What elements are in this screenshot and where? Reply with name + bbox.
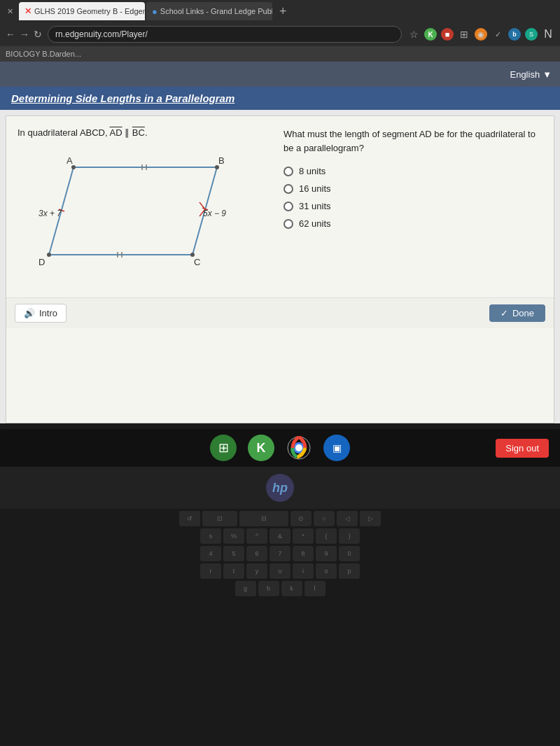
back-icon[interactable]: ← xyxy=(6,29,15,40)
extension-teal-icon: S xyxy=(525,28,538,41)
chrome-icon xyxy=(287,436,311,460)
new-tab-button[interactable]: + xyxy=(274,4,293,19)
main-content: English ▼ Determining Side Lengths in a … xyxy=(0,62,560,423)
kb-key: r xyxy=(200,563,221,579)
keyboard-row-5: g h k l xyxy=(0,581,560,596)
keyboard-row-3: 4 5 6 7 8 9 0 xyxy=(0,546,560,561)
kb-key: ( xyxy=(316,528,337,544)
vertex-a-label: A xyxy=(66,155,73,166)
browser-close[interactable]: ✕ xyxy=(3,7,18,16)
kb-key: ◁ xyxy=(337,511,358,526)
taskbar-chrome-icon[interactable] xyxy=(286,435,312,461)
extension-puzzle-icon: ⊞ xyxy=(458,28,470,41)
geometry-section: In quadrilateral ABCD, AD ∥ BC. xyxy=(18,127,270,286)
radio-8[interactable] xyxy=(284,167,293,176)
parallelogram-diagram: A B C D 3x + 7 5x − 9 xyxy=(18,146,234,283)
extension-red-icon: ■ xyxy=(441,28,454,41)
question-text: What must the length of segment AD be fo… xyxy=(284,127,542,155)
kb-key: * xyxy=(293,528,314,544)
done-label: Done xyxy=(512,308,534,318)
label-8-units: 8 units xyxy=(299,166,326,176)
bottom-toolbar: 🔊 Intro ✓ Done xyxy=(6,297,554,328)
kb-key: k xyxy=(281,581,302,596)
speaker-icon: 🔊 xyxy=(24,308,35,318)
tab-edgenuity[interactable]: ✕ GLHS 2019 Geometry B - Edgenu ✕ xyxy=(19,2,145,20)
extension-blue-icon: b xyxy=(508,28,521,41)
svg-point-10 xyxy=(47,253,51,257)
checkmark-icon: ✓ xyxy=(500,308,508,318)
kb-key: s xyxy=(200,528,221,544)
bookmark-icon[interactable]: ☆ xyxy=(407,28,420,41)
label-16-units: 16 units xyxy=(299,183,331,194)
choice-62-units[interactable]: 62 units xyxy=(284,218,542,229)
taskbar-app-icon[interactable]: ▣ xyxy=(323,435,350,461)
svg-point-8 xyxy=(215,165,219,169)
keyboard-area: ↺ ⊡ ⊟ ⊙ ○ ◁ ▷ s % ^ & * ( ) 4 5 6 7 8 9 … xyxy=(0,511,560,596)
reload-icon[interactable]: ↻ xyxy=(34,29,42,40)
kb-key: 9 xyxy=(316,546,337,561)
radio-62[interactable] xyxy=(284,219,293,229)
lesson-title: Determining Side Lengths in a Parallelog… xyxy=(11,92,234,104)
kb-key: ○ xyxy=(314,511,335,526)
taskbar-k-icon[interactable]: K xyxy=(248,435,274,461)
intro-button[interactable]: 🔊 Intro xyxy=(15,304,66,323)
language-dropdown-icon: ▼ xyxy=(542,69,552,80)
kb-key: 0 xyxy=(339,546,360,561)
kb-key: l xyxy=(304,581,326,596)
hp-text: hp xyxy=(272,481,288,495)
kb-key: p xyxy=(339,563,360,579)
intro-label: Intro xyxy=(39,308,57,318)
extension-check-icon: ✓ xyxy=(491,28,504,41)
svg-point-7 xyxy=(71,165,76,169)
sign-out-button[interactable]: Sign out xyxy=(496,439,549,458)
keyboard-row-1: ↺ ⊡ ⊟ ⊙ ○ ◁ ▷ xyxy=(0,511,560,526)
choice-16-units[interactable]: 16 units xyxy=(284,183,542,194)
taskbar: ⊞ K ▣ ⊡ Sign out xyxy=(0,429,560,467)
problem-statement: In quadrilateral ABCD, AD ∥ BC. xyxy=(18,127,270,138)
kb-key: ) xyxy=(339,528,360,544)
tab-icon-x: ✕ xyxy=(24,6,31,16)
language-bar: English ▼ xyxy=(0,62,560,87)
kb-key: ↺ xyxy=(179,511,200,526)
kb-key: ⊟ xyxy=(239,511,288,526)
browser-action-icons: ☆ K ■ ⊞ ◉ ✓ b S N xyxy=(407,28,554,41)
label-31-units: 31 units xyxy=(299,201,331,211)
breadcrumb-text: BIOLOGY B.Darden... xyxy=(6,50,81,58)
language-selector[interactable]: English ▼ xyxy=(510,69,552,80)
lesson-header: Determining Side Lengths in a Parallelog… xyxy=(0,87,560,110)
kb-key: ⊡ xyxy=(202,511,237,526)
kb-key: g xyxy=(235,581,256,596)
diagram-container: A B C D 3x + 7 5x − 9 xyxy=(18,146,241,286)
done-button[interactable]: ✓ Done xyxy=(489,304,545,322)
vertex-c-label: C xyxy=(194,257,200,267)
language-label: English xyxy=(510,69,540,80)
profile-icon[interactable]: N xyxy=(542,28,554,41)
app-icon: ▣ xyxy=(332,442,342,453)
extension-k-icon[interactable]: K xyxy=(424,28,437,41)
segment-ad: AD xyxy=(110,127,122,138)
taskbar-files-icon[interactable]: ⊞ xyxy=(210,435,237,461)
content-panel: In quadrilateral ABCD, AD ∥ BC. xyxy=(6,115,554,423)
kb-key: h xyxy=(258,581,279,596)
tab-school-links[interactable]: ● School Links - Grand Ledge Publ... ✕ xyxy=(146,2,272,20)
choice-8-units[interactable]: 8 units xyxy=(284,166,542,176)
label-62-units: 62 units xyxy=(299,218,331,229)
kb-key: 6 xyxy=(246,546,267,561)
kb-key: u xyxy=(270,563,290,579)
vertex-d-label: D xyxy=(38,257,45,267)
radio-31[interactable] xyxy=(284,202,293,211)
left-side-label: 3x + 7 xyxy=(38,209,62,218)
radio-16[interactable] xyxy=(284,184,293,194)
svg-point-9 xyxy=(190,253,195,257)
kb-key: o xyxy=(316,563,337,579)
address-input[interactable] xyxy=(48,26,402,43)
choice-31-units[interactable]: 31 units xyxy=(284,201,542,211)
problem-area: In quadrilateral ABCD, AD ∥ BC. xyxy=(6,116,554,297)
keyboard-row-4: r t y u i o p xyxy=(0,563,560,579)
nav-icons: ← → ↻ xyxy=(6,29,42,40)
k-label: K xyxy=(257,441,266,456)
kb-key: i xyxy=(293,563,314,579)
keyboard-row-2: s % ^ & * ( ) xyxy=(0,528,560,544)
kb-key: ⊙ xyxy=(290,511,312,526)
forward-icon[interactable]: → xyxy=(20,29,29,40)
